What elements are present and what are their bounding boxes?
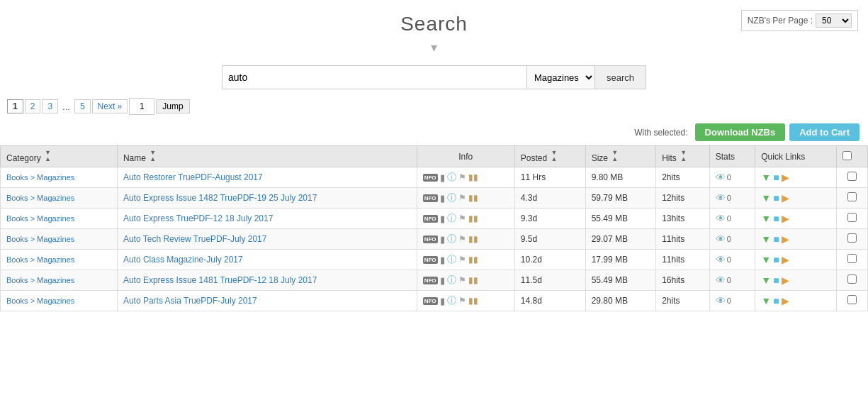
row-quick-links: ▼ ■ ▶ [755,209,837,229]
download-icon[interactable]: ▼ [761,233,771,245]
info-icon[interactable]: ⓘ [447,233,456,245]
name-link[interactable]: Auto Parts Asia TruePDF-July 2017 [123,296,257,306]
nzb-icon[interactable]: ▶ [782,254,789,265]
info-icon[interactable]: ⓘ [447,253,456,266]
bar-chart-icon[interactable]: ▮▮ [468,234,478,244]
file-icon[interactable]: ▮ [440,193,445,204]
category-link[interactable]: Books > Magazines [6,214,74,223]
download-nzbs-button[interactable]: Download NZBs [695,123,786,141]
nfo-tag[interactable]: NFO [423,194,438,202]
jump-input[interactable] [129,98,154,115]
nzb-icon[interactable]: ▶ [782,213,789,224]
download-icon[interactable]: ▼ [761,295,771,306]
nfo-tag[interactable]: NFO [423,235,438,243]
page-btn-1[interactable]: 1 [7,99,23,113]
row-checkbox[interactable] [847,233,857,243]
info-icon[interactable]: ⓘ [447,171,456,184]
sort-arrows-size[interactable]: ▼▲ [611,150,618,162]
cart-icon[interactable]: ■ [773,254,779,265]
name-link[interactable]: Auto Express TruePDF-12 18 July 2017 [123,213,273,223]
file-icon[interactable]: ▮ [440,255,445,265]
nzb-icon[interactable]: ▶ [782,192,789,204]
category-link[interactable]: Books > Magazines [6,255,74,264]
row-checkbox[interactable] [847,295,857,304]
sort-arrows-hits[interactable]: ▼▲ [680,150,687,162]
bar-chart-icon[interactable]: ▮▮ [468,255,478,265]
file-icon[interactable]: ▮ [440,234,445,245]
table-row: Books > Magazines Auto Restorer TruePDF-… [1,167,868,188]
nfo-tag[interactable]: NFO [423,297,438,305]
page-btn-3[interactable]: 3 [42,99,58,113]
file-icon[interactable]: ▮ [440,172,445,183]
flag-icon[interactable]: ⚑ [458,255,466,265]
download-icon[interactable]: ▼ [761,213,771,224]
cart-icon[interactable]: ■ [773,274,779,286]
jump-button[interactable]: Jump [156,99,189,113]
nzb-icon[interactable]: ▶ [782,233,789,245]
name-link[interactable]: Auto Express Issue 1481 TruePDF-12 18 Ju… [123,275,317,285]
row-checkbox[interactable] [847,274,857,284]
category-link[interactable]: Books > Magazines [6,296,74,305]
search-input[interactable] [222,65,526,89]
info-icon[interactable]: ⓘ [447,192,456,204]
category-link[interactable]: Books > Magazines [6,276,74,284]
flag-icon[interactable]: ⚑ [458,213,466,223]
bar-chart-icon[interactable]: ▮▮ [468,296,478,306]
select-all-checkbox[interactable] [842,151,852,160]
category-link[interactable]: Books > Magazines [6,173,74,182]
bar-chart-icon[interactable]: ▮▮ [468,275,478,285]
row-category: Books > Magazines [1,188,118,209]
nzb-per-page-select[interactable]: 10 25 50 100 [816,13,852,28]
flag-icon[interactable]: ⚑ [458,296,466,306]
cart-icon[interactable]: ■ [773,233,779,245]
name-link[interactable]: Auto Class Magazine-July 2017 [123,255,243,265]
bar-chart-icon[interactable]: ▮▮ [468,213,478,223]
row-checkbox[interactable] [847,192,857,201]
search-button[interactable]: search [595,65,646,89]
row-checkbox[interactable] [847,254,857,263]
flag-icon[interactable]: ⚑ [458,275,466,285]
download-icon[interactable]: ▼ [761,254,771,265]
nzb-icon[interactable]: ▶ [782,172,789,183]
download-icon[interactable]: ▼ [761,172,771,183]
cart-icon[interactable]: ■ [773,192,779,204]
page-next-btn[interactable]: Next » [92,99,128,113]
nfo-tag[interactable]: NFO [423,277,438,284]
flag-icon[interactable]: ⚑ [458,193,466,203]
sort-arrows-category[interactable]: ▼▲ [45,150,51,162]
download-icon[interactable]: ▼ [761,274,771,286]
file-icon[interactable]: ▮ [440,275,445,286]
category-link[interactable]: Books > Magazines [6,194,74,202]
nzb-icon[interactable]: ▶ [782,295,789,306]
flag-icon[interactable]: ⚑ [458,234,466,244]
category-select[interactable]: All Books Movies Music TV Magazines Game… [526,65,595,89]
page-btn-2[interactable]: 2 [25,99,41,113]
nfo-tag[interactable]: NFO [423,174,438,182]
cart-icon[interactable]: ■ [773,213,779,224]
flag-icon[interactable]: ⚑ [458,172,466,182]
file-icon[interactable]: ▮ [440,213,445,224]
file-icon[interactable]: ▮ [440,296,445,306]
download-icon[interactable]: ▼ [761,192,771,204]
sort-arrows-name[interactable]: ▼▲ [150,150,156,162]
cart-icon[interactable]: ■ [773,172,779,183]
bar-chart-icon[interactable]: ▮▮ [468,172,478,182]
name-link[interactable]: Auto Express Issue 1482 TruePDF-19 25 Ju… [123,193,317,203]
info-icon[interactable]: ⓘ [447,212,456,225]
info-icon[interactable]: ⓘ [447,294,456,307]
name-link[interactable]: Auto Restorer TruePDF-August 2017 [123,172,263,182]
bar-chart-icon[interactable]: ▮▮ [468,193,478,203]
info-icon[interactable]: ⓘ [447,274,456,287]
nfo-tag[interactable]: NFO [423,256,438,264]
nfo-tag[interactable]: NFO [423,215,438,223]
nzb-icon[interactable]: ▶ [782,274,789,286]
sort-arrows-posted[interactable]: ▼▲ [551,150,557,162]
name-link[interactable]: Auto Tech Review TruePDF-July 2017 [123,234,267,244]
page-btn-5[interactable]: 5 [74,99,91,113]
row-checkbox[interactable] [847,213,857,222]
category-link[interactable]: Books > Magazines [6,235,74,243]
table-row: Books > Magazines Auto Tech Review TrueP… [1,229,868,250]
add-to-cart-button[interactable]: Add to Cart [789,123,859,141]
row-checkbox[interactable] [847,172,857,181]
cart-icon[interactable]: ■ [773,295,779,306]
